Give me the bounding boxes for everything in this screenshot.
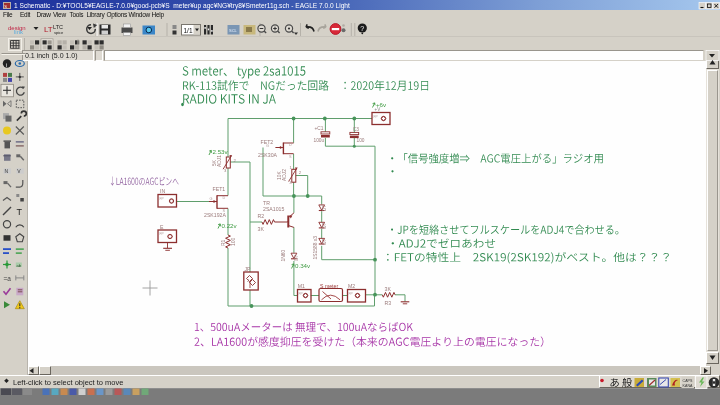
svg-text:0.34v: 0.34v [295,262,311,269]
svg-text:i: i [6,62,7,68]
svg-text:SCL: SCL [229,28,238,33]
svg-text:100: 100 [357,138,365,143]
svg-text:FP: FP [374,115,378,119]
svg-text:E: E [160,224,164,230]
svg-text:1N60: 1N60 [281,250,286,262]
svg-text:T: T [17,207,23,217]
svg-text:0.22v: 0.22v [222,222,238,229]
svg-text:M1: M1 [298,283,305,289]
svg-text:IN: IN [160,188,165,194]
svg-text:JP: JP [245,266,252,272]
svg-text:C3: C3 [353,127,359,132]
svg-text:R3: R3 [385,300,392,306]
svg-text:1S1588 x3: 1S1588 x3 [313,236,318,260]
svg-text:link: link [14,29,24,35]
svg-text:D?: D? [321,222,327,229]
svg-text:3K: 3K [385,286,392,292]
svg-text:+6v: +6v [376,101,387,108]
svg-text:3K: 3K [258,226,265,232]
svg-text:FP: FP [299,292,303,296]
svg-text:S: S [289,155,292,159]
svg-text:2SA1015: 2SA1015 [263,206,284,212]
svg-text:FP: FP [349,292,353,296]
svg-text:ADJ1: ADJ1 [217,155,222,167]
svg-text:FP: FP [160,232,164,236]
svg-text:spice: spice [54,30,64,35]
svg-text:KANA: KANA [683,384,693,388]
svg-text:ab: ab [17,263,22,268]
svg-text:FP: FP [160,197,164,201]
svg-text:CAPS: CAPS [683,379,693,383]
svg-text:100: 100 [230,237,236,246]
svg-text:D: D [289,143,292,147]
svg-text:FET1: FET1 [213,186,226,192]
svg-text:M2: M2 [348,283,355,289]
svg-text:D?: D? [321,238,327,245]
svg-text:R2: R2 [258,213,265,219]
svg-text:D?: D? [293,254,299,261]
svg-text:+C1: +C1 [315,126,324,131]
svg-text:2SK30A: 2SK30A [258,152,278,158]
svg-text:G: G [266,144,269,148]
svg-text:LT: LT [44,25,53,34]
svg-text:1/1: 1/1 [184,27,193,34]
svg-text:2.53v: 2.53v [213,148,229,155]
svg-text:G: G [210,197,213,201]
svg-text:N: N [5,168,9,174]
svg-text:2: 2 [299,170,302,175]
svg-text:D: D [223,196,226,200]
svg-text:1: 1 [290,166,292,170]
svg-text:D?: D? [321,205,327,212]
svg-text:S meter: S meter [320,283,338,289]
svg-text:?: ? [360,25,364,32]
svg-text:100u: 100u [314,138,325,143]
svg-text:=a: =a [4,275,12,282]
svg-text:+V: +V [375,107,382,112]
svg-text:S: S [4,4,7,9]
svg-text:R1: R1 [220,239,226,246]
svg-text:ADJ2: ADJ2 [282,169,287,181]
